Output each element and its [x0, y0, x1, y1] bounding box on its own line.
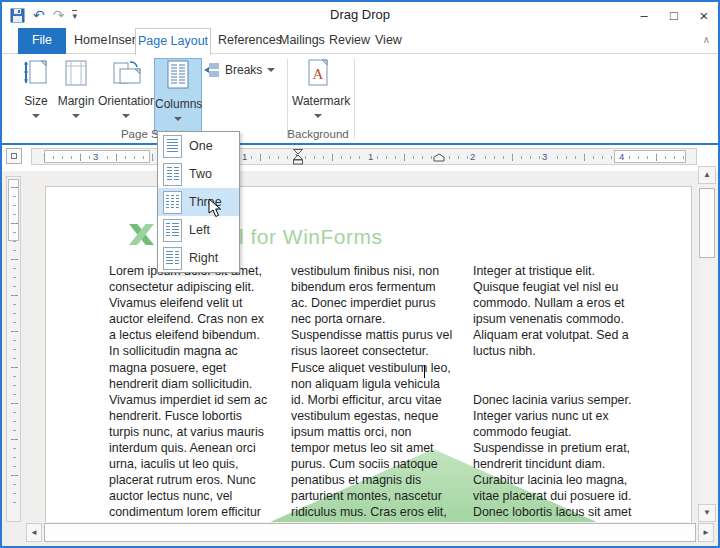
ruler-number: 3 [91, 151, 100, 162]
two-columns-icon [163, 163, 182, 186]
ruler-number: 4 [617, 151, 626, 162]
window-controls: – □ × [636, 4, 712, 26]
tab-selector-glyph [11, 153, 17, 159]
watermark-label: Watermark [292, 94, 344, 108]
ruler-row: 3 1 1 2 3 4 [2, 145, 718, 171]
left-column-icon [163, 219, 182, 242]
text-column-1[interactable]: Lorem ipsum dolor sit amet, consectetur … [109, 263, 287, 526]
text-caret [424, 365, 425, 378]
vertical-ruler [6, 176, 21, 522]
group-separator [354, 59, 355, 139]
columns-button[interactable]: Columns [154, 58, 202, 134]
tab-file[interactable]: File [18, 28, 66, 54]
scroll-left-button[interactable]: ◄ [26, 523, 42, 542]
orientation-icon [110, 58, 142, 88]
group-label-background: Background [258, 128, 378, 140]
margin-dropdown-arrow-icon [72, 114, 80, 118]
menu-item-left[interactable]: Left [158, 216, 239, 244]
minimize-button[interactable]: – [636, 8, 652, 23]
text-column-3[interactable]: Integer at tristique elit. Quisque feugi… [473, 263, 651, 526]
orientation-label: Orientation [98, 94, 154, 108]
ribbon: Size Margin Orientation [2, 55, 718, 143]
tab-selector-button[interactable] [6, 148, 22, 164]
orientation-dropdown-arrow-icon [122, 114, 130, 118]
ruler-number: 2 [468, 151, 477, 162]
app-window: ↶ ↷ ▾ Drag Drop – □ × File Home Insert P… [0, 0, 720, 548]
vertical-scroll-thumb[interactable] [699, 188, 715, 258]
maximize-button[interactable]: □ [666, 8, 682, 23]
size-label: Size [18, 94, 54, 108]
right-indent-marker-icon[interactable] [433, 153, 445, 162]
menu-item-right[interactable]: Right [158, 244, 239, 272]
group-separator [287, 59, 288, 139]
right-column-icon [163, 247, 182, 270]
tab-view[interactable]: View [375, 33, 402, 47]
close-button[interactable]: × [696, 7, 712, 24]
margin-button[interactable]: Margin [56, 58, 96, 134]
menu-item-label: Right [189, 251, 218, 265]
tab-page-layout[interactable]: Page Layout [135, 28, 211, 55]
horizontal-ruler: 3 1 1 2 3 4 [31, 148, 697, 165]
svg-text:A: A [313, 66, 324, 82]
vruler-minor-ticks [13, 187, 16, 511]
ruler-number: 1 [240, 151, 249, 162]
breaks-icon [204, 62, 220, 78]
tab-review[interactable]: Review [329, 33, 370, 47]
watermark-dropdown-arrow-icon [314, 114, 322, 118]
tab-home[interactable]: Home [74, 33, 107, 47]
breaks-button[interactable]: Breaks [204, 61, 275, 79]
indent-marker-icon[interactable] [293, 149, 303, 165]
document-page[interactable]: l for WinForms Lorem ipsum dolor sit ame… [45, 186, 692, 526]
ruler-minor-ticks [44, 156, 684, 159]
ruler-number: 3 [540, 151, 549, 162]
tab-references[interactable]: References [218, 33, 282, 47]
ribbon-collapse-icon[interactable]: ∧ [703, 34, 710, 45]
columns-icon [163, 59, 193, 91]
vertical-scrollbar[interactable]: ▲ ▼ [698, 166, 716, 522]
breaks-label: Breaks [225, 63, 262, 77]
brand-logo-icon [128, 221, 155, 248]
document-heading[interactable]: l for WinForms [239, 225, 383, 249]
watermark-button[interactable]: A Watermark [292, 58, 344, 134]
tab-mailings[interactable]: Mailings [279, 33, 325, 47]
titlebar: ↶ ↷ ▾ Drag Drop – □ × [2, 2, 718, 28]
scroll-up-button[interactable]: ▲ [698, 166, 716, 184]
margin-icon [61, 58, 91, 88]
ribbon-tab-row: File Home Insert Page Layout References … [2, 28, 718, 54]
menu-item-three[interactable]: Three [158, 188, 239, 216]
one-column-icon [163, 135, 182, 158]
mouse-cursor-icon [208, 198, 222, 218]
size-dropdown-arrow-icon [32, 114, 40, 118]
columns-label: Columns [155, 97, 201, 111]
menu-item-label: Two [189, 167, 212, 181]
columns-dropdown-menu: One Two Three Left [157, 131, 240, 273]
ruler-number: 1 [366, 151, 375, 162]
margin-label: Margin [56, 94, 96, 108]
menu-item-one[interactable]: One [158, 132, 239, 160]
size-button[interactable]: Size [18, 58, 54, 134]
scroll-down-button[interactable]: ▼ [698, 504, 716, 522]
document-area: l for WinForms Lorem ipsum dolor sit ame… [2, 171, 718, 546]
horizontal-scrollbar[interactable]: ◄ ► [26, 522, 714, 543]
columns-dropdown-arrow-icon [174, 117, 182, 121]
watermark-icon: A [303, 58, 333, 88]
window-title: Drag Drop [2, 7, 718, 22]
menu-item-label: One [189, 139, 213, 153]
orientation-button[interactable]: Orientation [98, 58, 154, 134]
group-label-page-setup: Page Setup [16, 128, 286, 140]
three-columns-icon [163, 191, 182, 214]
horizontal-scroll-thumb[interactable] [44, 523, 696, 542]
menu-item-two[interactable]: Two [158, 160, 239, 188]
breaks-dropdown-arrow-icon [267, 68, 275, 72]
menu-item-label: Left [189, 223, 210, 237]
scroll-right-button[interactable]: ► [698, 523, 714, 542]
size-icon [21, 58, 51, 88]
text-column-2[interactable]: vestibulum finibus nisi, non bibendum er… [291, 263, 469, 526]
